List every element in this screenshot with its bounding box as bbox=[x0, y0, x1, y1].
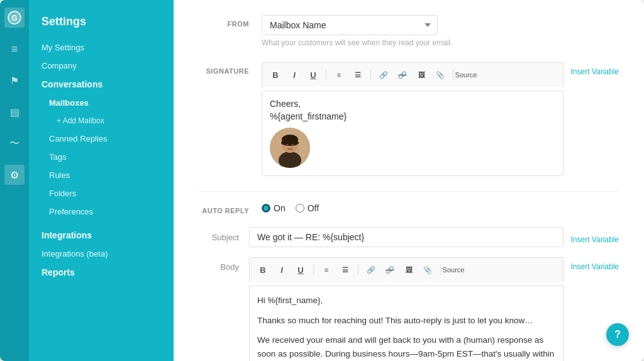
sidebar-item-company[interactable]: Company bbox=[29, 57, 174, 75]
subject-with-insert: Insert Variable bbox=[249, 227, 619, 247]
gear-icon[interactable]: ⚙ bbox=[4, 165, 25, 185]
from-field: Mailbox Name What your customers will se… bbox=[262, 15, 619, 47]
toolbar-divider-2 bbox=[370, 70, 371, 80]
radio-off-label[interactable]: Off bbox=[296, 203, 319, 213]
signature-line2: %{agent_firstname} bbox=[270, 111, 555, 121]
attachment-button[interactable]: 📎 bbox=[432, 67, 448, 83]
svg-point-8 bbox=[292, 144, 294, 146]
unlink-button[interactable]: 🔗 bbox=[394, 67, 411, 83]
sidebar-item-mailboxes[interactable]: Mailboxes bbox=[29, 94, 174, 112]
body-ul-button[interactable]: ☰ bbox=[337, 262, 353, 278]
body-image-button[interactable]: 🖼 bbox=[401, 262, 417, 278]
activity-icon[interactable]: 〜 bbox=[4, 133, 25, 153]
body-toolbar-divider-2 bbox=[358, 265, 358, 275]
signature-field: B I U ≡ ☰ 🔗 🔗 🖼 📎 Source bbox=[262, 62, 619, 176]
underline-button[interactable]: U bbox=[305, 67, 321, 83]
body-toolbar-divider-3 bbox=[440, 265, 441, 275]
body-label: Body bbox=[199, 257, 249, 272]
signature-label: SIGNATURE bbox=[199, 62, 262, 75]
auto-reply-row: AUTO REPLY On Off bbox=[199, 202, 619, 214]
sidebar-item-my-settings[interactable]: My Settings bbox=[29, 38, 174, 57]
radio-on-label[interactable]: On bbox=[262, 203, 286, 213]
signature-editor-wrapper: B I U ≡ ☰ 🔗 🔗 🖼 📎 Source bbox=[262, 62, 564, 176]
from-row: FROM Mailbox Name What your customers wi… bbox=[199, 15, 619, 47]
section-divider bbox=[199, 191, 619, 192]
link-button[interactable]: 🔗 bbox=[375, 67, 392, 83]
svg-text:G: G bbox=[11, 14, 17, 23]
sidebar-title: Settings bbox=[29, 10, 174, 38]
body-field: B I U ≡ ☰ 🔗 🔗 🖼 📎 Source bbox=[249, 257, 619, 361]
body-content: Hi %{first_name}, Thanks so much for rea… bbox=[257, 294, 555, 361]
body-p2: Thanks so much for reaching out! This au… bbox=[257, 314, 555, 328]
ul-button[interactable]: ☰ bbox=[350, 67, 366, 83]
mailbox-name-select[interactable]: Mailbox Name bbox=[262, 15, 438, 35]
body-p3: We received your email and will get back… bbox=[257, 333, 555, 361]
svg-point-7 bbox=[287, 144, 289, 146]
body-underline-button[interactable]: U bbox=[292, 262, 309, 278]
body-ol-button[interactable]: ≡ bbox=[318, 262, 335, 278]
sidebar-item-rules[interactable]: Rules bbox=[29, 166, 174, 184]
radio-off-input[interactable] bbox=[296, 204, 304, 213]
sidebar-item-canned-replies[interactable]: Canned Replies bbox=[29, 130, 174, 148]
auto-reply-field: On Off bbox=[262, 202, 619, 213]
body-attachment-button[interactable]: 📎 bbox=[419, 262, 436, 278]
auto-reply-label: AUTO REPLY bbox=[199, 202, 262, 214]
sidebar-item-add-mailbox[interactable]: + Add Mailbox bbox=[29, 112, 174, 130]
svg-point-6 bbox=[281, 140, 299, 146]
source-button[interactable]: Source bbox=[458, 67, 474, 83]
document-icon[interactable]: ▤ bbox=[4, 102, 25, 122]
signature-line1: Cheers, bbox=[270, 99, 555, 109]
toolbar-divider-1 bbox=[326, 70, 326, 80]
main-content: FROM Mailbox Name What your customers wi… bbox=[174, 0, 644, 361]
ol-button[interactable]: ≡ bbox=[331, 67, 347, 83]
subject-row: Subject Insert Variable bbox=[199, 227, 619, 247]
signature-row: SIGNATURE B I U ≡ ☰ 🔗 🔗 bbox=[199, 62, 619, 176]
help-icon: ? bbox=[614, 329, 621, 340]
body-insert-variable[interactable]: Insert Variable bbox=[571, 257, 619, 271]
sidebar-item-preferences[interactable]: Preferences bbox=[29, 203, 174, 221]
sidebar-item-conversations[interactable]: Conversations bbox=[29, 75, 174, 94]
signature-editor[interactable]: Cheers, %{agent_firstname} bbox=[262, 91, 564, 176]
sidebar-item-reports[interactable]: Reports bbox=[29, 263, 174, 282]
help-button[interactable]: ? bbox=[606, 323, 629, 346]
italic-button[interactable]: I bbox=[286, 67, 303, 83]
radio-off-text: Off bbox=[308, 203, 319, 213]
avatar bbox=[270, 128, 310, 168]
toolbar-divider-3 bbox=[453, 70, 453, 80]
from-label: FROM bbox=[199, 15, 262, 28]
body-unlink-button[interactable]: 🔗 bbox=[382, 262, 398, 278]
subject-input[interactable] bbox=[249, 227, 564, 247]
logo-icon[interactable]: G bbox=[4, 8, 25, 28]
radio-on-text: On bbox=[274, 203, 286, 213]
body-italic-button[interactable]: I bbox=[274, 262, 290, 278]
body-editor-wrapper: B I U ≡ ☰ 🔗 🔗 🖼 📎 Source bbox=[249, 257, 564, 361]
body-bold-button[interactable]: B bbox=[255, 262, 271, 278]
body-row: Body B I U ≡ ☰ 🔗 🔗 bbox=[199, 257, 619, 361]
body-toolbar: B I U ≡ ☰ 🔗 🔗 🖼 📎 Source bbox=[249, 257, 564, 282]
signature-toolbar: B I U ≡ ☰ 🔗 🔗 🖼 📎 Source bbox=[262, 62, 564, 87]
subject-label: Subject bbox=[199, 233, 249, 242]
bold-button[interactable]: B bbox=[267, 67, 284, 83]
from-hint: What your customers will see when they r… bbox=[262, 38, 619, 47]
body-editor[interactable]: Hi %{first_name}, Thanks so much for rea… bbox=[249, 286, 564, 361]
sidebar-item-folders[interactable]: Folders bbox=[29, 184, 174, 203]
body-source-button[interactable]: Source bbox=[445, 262, 462, 278]
image-button[interactable]: 🖼 bbox=[413, 67, 430, 83]
sidebar-item-integrations[interactable]: Integrations bbox=[29, 226, 174, 245]
auto-reply-radio-group: On Off bbox=[262, 202, 619, 213]
flag-icon[interactable]: ⚑ bbox=[4, 70, 25, 91]
body-link-button[interactable]: 🔗 bbox=[363, 262, 379, 278]
body-p1: Hi %{first_name}, bbox=[257, 294, 555, 308]
radio-on-input[interactable] bbox=[262, 204, 270, 213]
subject-insert-variable[interactable]: Insert Variable bbox=[571, 230, 619, 244]
signature-insert-variable[interactable]: Insert Variable bbox=[571, 62, 619, 76]
menu-icon[interactable]: ≡ bbox=[4, 39, 25, 59]
sidebar-item-tags[interactable]: Tags bbox=[29, 148, 174, 166]
body-toolbar-divider-1 bbox=[313, 265, 314, 275]
sidebar-item-integrations-beta[interactable]: Integrations (beta) bbox=[29, 245, 174, 263]
